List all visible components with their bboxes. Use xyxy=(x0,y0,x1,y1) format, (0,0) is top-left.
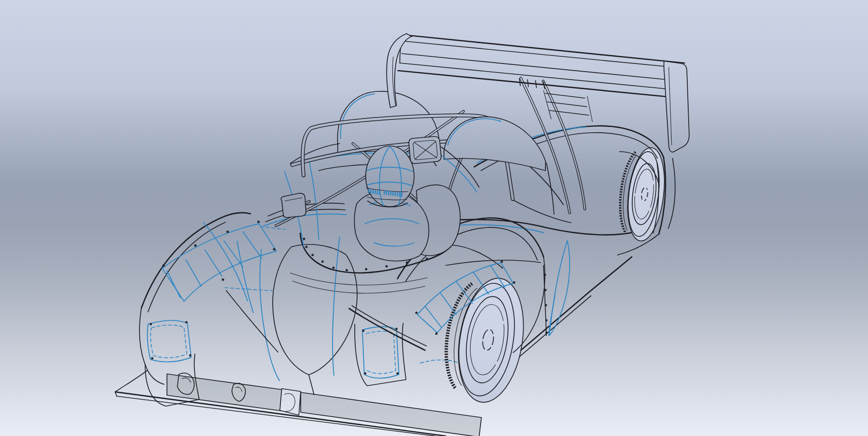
grille-divider xyxy=(280,389,301,415)
cad-viewport[interactable] xyxy=(0,0,868,436)
driver-helmet xyxy=(366,146,414,207)
rear-view-mirror xyxy=(281,193,309,218)
wireframe-render xyxy=(0,0,868,436)
engine-intake-scoop xyxy=(409,136,441,164)
